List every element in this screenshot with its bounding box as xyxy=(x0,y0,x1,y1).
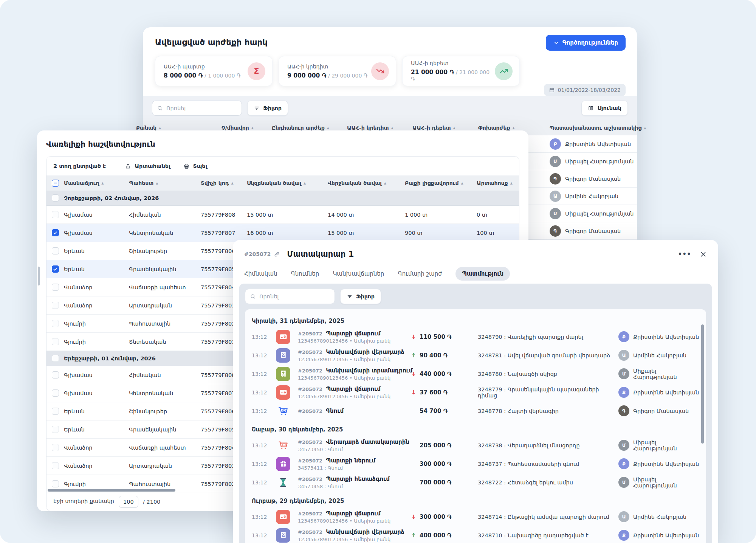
checkbox-unchecked[interactable] xyxy=(52,389,59,397)
group-date-label: Շաբաթ, 30 դեկտեմբեր, 2025 xyxy=(252,426,699,433)
filter-icon xyxy=(347,293,353,299)
stat-label: ԱԱՀ-ի դեբետ xyxy=(411,60,495,66)
filter-button-label: Ֆիլտր xyxy=(263,105,282,111)
transaction-row[interactable]: 13:12 #205072 Պարտքի ներում 34573411 : Գ… xyxy=(252,455,699,473)
amount-value: 400 000 ֏ xyxy=(420,532,451,539)
vat-toolbar: Ֆիլտր Սյունակ xyxy=(143,96,637,120)
vat-columns-button[interactable]: Սյունակ xyxy=(581,101,628,116)
fuel-cell: Շինանյութեր xyxy=(129,408,201,414)
checkbox-unchecked[interactable] xyxy=(52,284,59,291)
transaction-subtitle: 1234567890123456 • Ամերիա բանկ xyxy=(298,338,411,344)
stat-card-vat-debit: ԱԱՀ-ի դեբետ 21 000 000 ֏ / 21 000 000 ֏ xyxy=(402,56,520,86)
column-header[interactable]: Տվիչի կոդ▲ xyxy=(201,180,247,186)
date-group-row[interactable]: Չորեքշաբթի, 02 Հունվար, 2026 xyxy=(46,191,519,206)
checkbox-checked[interactable] xyxy=(52,229,59,236)
checkbox-unchecked[interactable] xyxy=(52,355,59,362)
tab-inactive[interactable]: Գնումներ xyxy=(291,270,319,277)
more-options-icon[interactable]: ••• xyxy=(678,250,691,258)
checkbox-unchecked[interactable] xyxy=(52,480,59,487)
checkbox-unchecked[interactable] xyxy=(52,320,59,327)
checkbox-unchecked[interactable] xyxy=(52,426,59,433)
column-header[interactable]: Պատասխանատու աշխատակից▲ xyxy=(550,125,646,131)
actions-button[interactable]: Գործողություններ xyxy=(546,35,626,51)
column-header[interactable]: Վերջնական ծավալ▲ xyxy=(328,180,405,186)
transaction-note: 3248722 : Հետաձգել երկու ամիս xyxy=(478,479,618,486)
checkbox-unchecked[interactable] xyxy=(52,408,59,415)
transaction-person: ՄՄիքայել Հարությունյան xyxy=(618,476,699,489)
vertical-scrollbar[interactable] xyxy=(38,267,40,285)
column-header[interactable]: Քանակ▲ xyxy=(136,125,222,131)
transaction-row[interactable]: 13:12 #205072 Կանխավճարի վերադարձ 123456… xyxy=(252,526,699,543)
fuel-cell: 755779F807 xyxy=(201,230,247,236)
transaction-row[interactable]: 13:12 #205072 Պարտքի հետաձգում 34573458 … xyxy=(252,473,699,492)
column-header-label: Արտահոսք xyxy=(477,180,508,186)
transaction-row[interactable]: 13:12 #205072 Կանխավճարի տրամադրում 1234… xyxy=(252,365,699,383)
transaction-amount: 300 000 ֏ xyxy=(411,461,478,467)
column-header[interactable]: Բաքի լիցքավորում▲ xyxy=(405,180,477,186)
history-search-input[interactable] xyxy=(259,293,330,299)
responsible-employee-cell: ԳԳրիգոր Մանասյան xyxy=(550,225,637,237)
transaction-subtitle: 34573458 : Գնում xyxy=(298,484,411,489)
column-header-label: ԱԱՀ-ի կրեդիտ xyxy=(347,125,389,131)
checkbox-unchecked[interactable] xyxy=(52,444,59,451)
column-header[interactable]: Փոխարժեք▲ xyxy=(478,125,550,131)
column-header[interactable]: Մասնաճյուղ▲ xyxy=(64,180,129,186)
link-icon[interactable] xyxy=(274,251,280,258)
checkbox-unchecked[interactable] xyxy=(52,302,59,309)
close-icon[interactable] xyxy=(700,251,707,258)
arrow-down-icon: ↓ xyxy=(411,389,420,396)
responsible-employee-cell: ՔՔրիստինե Ավետիսյան xyxy=(550,138,637,150)
chevron-down-icon xyxy=(553,40,559,46)
column-header[interactable]: Սկզբնական ծավալ▲ xyxy=(247,180,328,186)
transaction-title: Գնում xyxy=(326,408,344,414)
transaction-row[interactable]: 13:12 #205072 Պարտքի վճարում 12345678901… xyxy=(252,383,699,402)
filter-icon xyxy=(254,105,260,111)
column-header[interactable]: Պահեստ▲ xyxy=(129,180,201,186)
vertical-scrollbar[interactable] xyxy=(701,324,704,444)
employee-name: Արմինե Հակոբյան xyxy=(565,193,618,199)
column-header-label: Մասնաճյուղ xyxy=(64,180,99,186)
amount-value: 110 500 ֏ xyxy=(420,334,451,340)
transaction-row[interactable]: 13:12 #205072 Վերադարձ մատակարարին 34573… xyxy=(252,436,699,455)
date-range-chip[interactable]: 01/01/2022-18/03/2022 xyxy=(544,84,626,96)
vat-search-input[interactable] xyxy=(166,105,237,111)
column-header[interactable]: ԱԱՀ-ի կրեդիտ▲ xyxy=(347,125,412,131)
print-button[interactable]: Տպել xyxy=(179,163,212,169)
person-name: Միքայել Հարությունյան xyxy=(633,476,699,489)
horizontal-scrollbar[interactable] xyxy=(48,489,175,492)
checkbox-unchecked[interactable] xyxy=(52,247,59,254)
tab-inactive[interactable]: Կանխավճարներ xyxy=(333,270,384,277)
transaction-title: Կանխավճարի վերադարձ xyxy=(326,529,404,535)
fuel-cell: Վանաձոր xyxy=(64,284,129,290)
vat-filter-button[interactable]: Ֆիլտր xyxy=(247,101,288,116)
arrow-up-icon: ↑ xyxy=(411,532,420,539)
transaction-row[interactable]: 13:12 #205072 Գնում 54 700 ֏ 3248778 : Հ… xyxy=(252,402,699,420)
history-filter-button[interactable]: Ֆիլտր xyxy=(340,289,381,304)
page-size-input[interactable] xyxy=(119,496,138,508)
checkbox-unchecked[interactable] xyxy=(52,462,59,469)
tab-active[interactable]: Պատմություն xyxy=(455,267,510,281)
column-header[interactable]: ԱԱՀ-ի դեբետ▲ xyxy=(412,125,478,131)
column-header[interactable]: Չ/միավոր▲ xyxy=(222,125,272,131)
transactions-list: Կիրակի, 31 դեկտեմբեր, 2025 13:12 #205072… xyxy=(245,309,706,543)
tab-inactive[interactable]: Գումարի շարժ xyxy=(398,270,442,277)
checkbox-unchecked[interactable] xyxy=(52,371,59,379)
export-button[interactable]: Արտահանել xyxy=(120,163,175,169)
transaction-row[interactable]: 13:12 #205072 Կանխավճարի վերադարձ 123456… xyxy=(252,346,699,365)
transaction-row[interactable]: 13:12 #205072 Պարտքի վճարում 12345678901… xyxy=(252,507,699,526)
supplier-window: #205072 Մատակարար 1 ••• ՀիմնականԳնումներ… xyxy=(233,240,718,543)
transaction-main: #205072 Պարտքի վճարում 1234567890123456 … xyxy=(298,386,411,399)
checkbox-unchecked[interactable] xyxy=(52,211,59,218)
fuel-table-row[interactable]: ԳլխամասՀիմնական755779F80815 000 տ14 000 … xyxy=(46,206,519,224)
column-header[interactable]: Արտահոսք▲ xyxy=(477,180,519,186)
transaction-row[interactable]: 13:12 #205072 Պարտքի վճարում 12345678901… xyxy=(252,327,699,346)
checkbox-unchecked[interactable] xyxy=(52,338,59,345)
fuel-cell: Երևան xyxy=(64,427,129,433)
transaction-person: ՔՔրիստինե Ավետիսյան xyxy=(618,458,699,469)
fuel-table-row[interactable]: ԳլխամասԿենտրոնական755779F80716 000 տ15 0… xyxy=(46,224,519,242)
column-header[interactable]: Ընդհանուր արժեք▲ xyxy=(272,125,347,131)
tab-inactive[interactable]: Հիմնական xyxy=(244,270,277,277)
checkbox-unchecked[interactable] xyxy=(52,194,59,202)
checkbox-checked[interactable] xyxy=(52,265,59,273)
checkbox-indeterminate[interactable] xyxy=(52,180,59,187)
